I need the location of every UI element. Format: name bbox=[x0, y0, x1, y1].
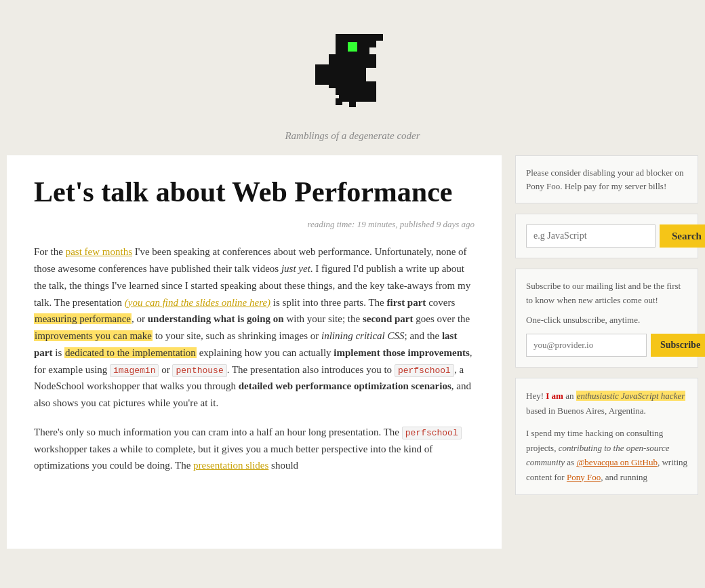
article-meta: reading time: 19 minutes, published 9 da… bbox=[34, 219, 475, 230]
search-row: Search bbox=[526, 224, 687, 248]
email-input[interactable] bbox=[526, 334, 647, 357]
article-paragraph-2: There's only so much information you can… bbox=[34, 424, 475, 474]
main-layout: Let's talk about Web Performance reading… bbox=[0, 155, 705, 549]
bio-iam: I am bbox=[546, 391, 563, 401]
presentation-slides-link[interactable]: presentation slides bbox=[193, 460, 268, 471]
measuring-highlight: measuring performance bbox=[34, 313, 132, 324]
adblock-notice-widget: Please consider disabling your ad blocke… bbox=[515, 155, 698, 203]
search-widget: Search bbox=[515, 214, 698, 258]
subscribe-text: Subscribe to our mailing list and be the… bbox=[526, 279, 687, 308]
adblock-notice-text: Please consider disabling your ad blocke… bbox=[526, 166, 687, 193]
improvements-highlight: improvements you can make bbox=[34, 330, 153, 341]
article-title: Let's talk about Web Performance bbox=[34, 176, 475, 208]
article-body: For the past few months I've been speaki… bbox=[34, 243, 475, 474]
github-link[interactable]: @bevacqua on GitHub bbox=[576, 457, 658, 467]
svg-rect-9 bbox=[348, 42, 357, 52]
past-few-months-link[interactable]: past few months bbox=[66, 246, 132, 257]
dedicated-highlight: dedicated to the implementation bbox=[64, 347, 197, 358]
search-input[interactable] bbox=[526, 224, 656, 248]
subscribe-button[interactable]: Subscribe bbox=[651, 334, 705, 357]
bio-line-2: I spend my time hacking on consulting pr… bbox=[526, 426, 687, 484]
content-area: Let's talk about Web Performance reading… bbox=[7, 155, 502, 549]
search-button[interactable]: Search bbox=[660, 224, 705, 248]
slides-link[interactable]: (you can find the slides online here) bbox=[125, 297, 270, 308]
svg-rect-12 bbox=[349, 100, 356, 107]
site-header: Ramblings of a degenerate coder bbox=[0, 0, 705, 155]
svg-rect-2 bbox=[363, 41, 376, 47]
svg-rect-11 bbox=[336, 98, 342, 105]
subscribe-widget: Subscribe to our mailing list and be the… bbox=[515, 269, 698, 368]
pixel-bird-icon bbox=[315, 27, 390, 115]
site-logo[interactable] bbox=[312, 20, 393, 122]
svg-rect-7 bbox=[315, 75, 329, 85]
article-paragraph-1: For the past few months I've been speaki… bbox=[34, 243, 475, 412]
subscribe-row: Subscribe bbox=[526, 334, 687, 357]
sidebar: Please consider disabling your ad blocke… bbox=[515, 155, 698, 549]
site-tagline: Ramblings of a degenerate coder bbox=[285, 130, 420, 142]
perfschool-code-2: perfschool bbox=[402, 427, 462, 439]
svg-rect-3 bbox=[369, 34, 383, 41]
ponyfoo-link[interactable]: Pony Foo bbox=[567, 472, 601, 482]
svg-rect-10 bbox=[352, 85, 359, 92]
bio-highlight: enthusiastic JavaScript hacker bbox=[576, 391, 686, 401]
perfschool-code-1: perfschool bbox=[395, 364, 454, 377]
unsubscribe-note: One-click unsubscribe, anytime. bbox=[526, 313, 687, 328]
bio-widget: Hey! I am an enthusiastic JavaScript hac… bbox=[515, 378, 698, 495]
penthouse-code: penthouse bbox=[172, 364, 226, 377]
svg-rect-8 bbox=[315, 64, 329, 75]
svg-rect-4 bbox=[366, 68, 376, 81]
bio-line-1: Hey! I am an enthusiastic JavaScript hac… bbox=[526, 389, 687, 418]
svg-rect-6 bbox=[329, 88, 336, 95]
imagemin-code: imagemin bbox=[110, 364, 159, 377]
